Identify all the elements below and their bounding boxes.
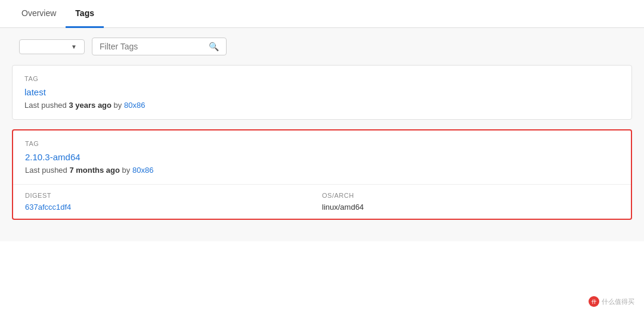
filter-tags-input[interactable] bbox=[100, 42, 204, 51]
detail-value-link[interactable]: 637afccc1df4 bbox=[25, 203, 71, 212]
watermark: 什 什么值得买 bbox=[589, 296, 634, 307]
tag-section-label: TAG bbox=[25, 140, 619, 147]
tag-name-link[interactable]: latest bbox=[24, 87, 46, 97]
tag-card-latest: TAGlatestLast pushed 3 years ago by 80x8… bbox=[12, 65, 632, 120]
tag-meta: Last pushed 7 months ago by 80x86 bbox=[25, 166, 619, 175]
filter-input-wrap: 🔍 bbox=[92, 38, 227, 55]
sort-dropdown[interactable]: ▼ bbox=[19, 39, 85, 54]
tag-section-label: TAG bbox=[24, 75, 620, 82]
detail-col-digest: DIGEST637afccc1df4 bbox=[25, 192, 322, 212]
detail-label: OS/ARCH bbox=[322, 192, 619, 199]
pushed-by-link[interactable]: 80x86 bbox=[124, 101, 145, 110]
content-area: TAGlatestLast pushed 3 years ago by 80x8… bbox=[0, 65, 644, 241]
search-icon: 🔍 bbox=[209, 42, 219, 51]
tag-card-details: DIGEST637afccc1df4OS/ARCHlinux/amd64 bbox=[13, 184, 631, 219]
tag-card-header-latest: TAGlatestLast pushed 3 years ago by 80x8… bbox=[13, 66, 631, 119]
tab-tags[interactable]: Tags bbox=[66, 0, 104, 28]
watermark-icon: 什 bbox=[589, 296, 599, 307]
tag-meta: Last pushed 3 years ago by 80x86 bbox=[24, 101, 620, 110]
pushed-by-link[interactable]: 80x86 bbox=[132, 166, 153, 175]
detail-label: DIGEST bbox=[25, 192, 322, 199]
tabs-bar: OverviewTags bbox=[0, 0, 644, 28]
chevron-down-icon: ▼ bbox=[71, 43, 77, 50]
tag-card-header-2.10.3-amd64: TAG2.10.3-amd64Last pushed 7 months ago … bbox=[13, 130, 631, 184]
tab-overview[interactable]: Overview bbox=[12, 0, 66, 28]
detail-col-os/arch: OS/ARCHlinux/amd64 bbox=[322, 192, 619, 212]
toolbar: ▼ 🔍 bbox=[0, 28, 644, 65]
detail-value: linux/amd64 bbox=[322, 203, 619, 212]
detail-value: 637afccc1df4 bbox=[25, 203, 322, 212]
tag-name-link[interactable]: 2.10.3-amd64 bbox=[25, 152, 80, 162]
watermark-text: 什么值得买 bbox=[602, 297, 634, 306]
tag-card-2.10.3-amd64: TAG2.10.3-amd64Last pushed 7 months ago … bbox=[12, 129, 632, 220]
